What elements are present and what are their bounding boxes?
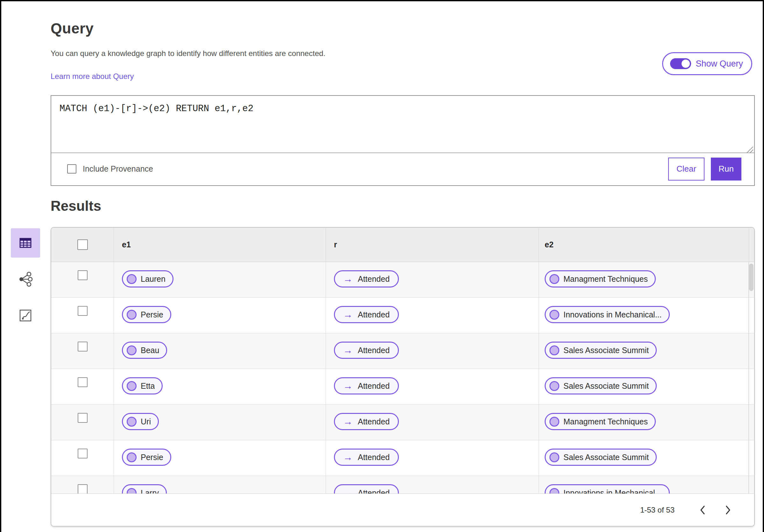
results-title: Results <box>51 198 101 214</box>
row-checkbox[interactable] <box>78 270 88 280</box>
node-icon <box>127 310 136 320</box>
relation-pill[interactable]: →Attended <box>334 484 399 493</box>
node-icon <box>549 488 559 494</box>
select-all-checkbox[interactable] <box>77 240 88 250</box>
results-table: e1 r e2 Lauren →Attended Managment Techn… <box>51 227 755 527</box>
node-icon <box>549 345 559 355</box>
node-icon <box>549 417 559 427</box>
entity-pill[interactable]: Lauren <box>122 270 173 287</box>
relation-arrow-icon: → <box>343 417 353 426</box>
entity-pill[interactable]: Persie <box>122 306 171 323</box>
row-checkbox[interactable] <box>78 342 88 351</box>
header-checkbox-cell <box>51 228 114 262</box>
row-checkbox[interactable] <box>78 448 88 458</box>
page-title: Query <box>51 20 94 37</box>
relation-pill[interactable]: →Attended <box>334 306 399 323</box>
next-page-button[interactable] <box>718 500 738 520</box>
table-row: Uri →Attended Managment Techniques <box>51 405 754 440</box>
run-button[interactable]: Run <box>711 158 741 181</box>
entity-pill[interactable]: Persie <box>122 448 171 466</box>
row-checkbox[interactable] <box>78 484 88 493</box>
pagination-range-label: 1-53 of 53 <box>640 506 674 514</box>
query-editor-footer: Include Provenance Clear Run <box>51 153 754 185</box>
table-view-icon <box>18 236 33 250</box>
entity-pill[interactable]: Innovations in Mechanical... <box>545 484 670 493</box>
table-row: Larry →Attended Innovations in Mechanica… <box>51 476 754 493</box>
show-query-label: Show Query <box>695 59 743 69</box>
row-checkbox[interactable] <box>78 413 88 423</box>
node-icon <box>549 452 559 462</box>
relation-pill[interactable]: →Attended <box>334 342 399 359</box>
column-header-e1[interactable]: e1 <box>114 228 326 262</box>
entity-pill[interactable]: Sales Associate Summit <box>545 342 657 359</box>
toggle-knob <box>681 60 690 68</box>
toggle-switch-icon[interactable] <box>670 58 691 69</box>
relation-arrow-icon: → <box>343 452 353 462</box>
entity-pill[interactable]: Sales Associate Summit <box>545 448 657 466</box>
page-description: You can query a knowledge graph to ident… <box>51 49 325 58</box>
chevron-left-icon <box>699 505 706 515</box>
results-view-switcher <box>11 228 40 330</box>
previous-page-button[interactable] <box>693 500 712 520</box>
entity-pill[interactable]: Innovations in Mechanical... <box>545 306 670 323</box>
entity-pill[interactable]: Beau <box>122 342 167 359</box>
learn-more-link[interactable]: Learn more about Query <box>51 72 134 81</box>
node-icon <box>127 488 136 494</box>
relation-arrow-icon: → <box>343 381 353 391</box>
graph-view-icon <box>18 271 33 287</box>
row-checkbox[interactable] <box>78 377 88 387</box>
node-icon <box>549 310 559 320</box>
scrollbar-track <box>748 262 749 493</box>
chart-view-button[interactable] <box>11 301 40 330</box>
entity-pill[interactable]: Etta <box>122 377 163 395</box>
entity-pill[interactable]: Uri <box>122 413 159 430</box>
query-input[interactable]: MATCH (e1)-[r]->(e2) RETURN e1,r,e2 <box>51 96 754 153</box>
column-header-e2[interactable]: e2 <box>539 228 749 262</box>
table-view-button[interactable] <box>11 228 40 258</box>
show-query-toggle[interactable]: Show Query <box>662 52 752 75</box>
node-icon <box>127 417 136 427</box>
header-scrollbar-cell <box>749 228 755 262</box>
relation-pill[interactable]: →Attended <box>334 448 399 466</box>
entity-pill[interactable]: Sales Associate Summit <box>545 377 657 395</box>
table-row: Persie →Attended Sales Associate Summit <box>51 440 754 476</box>
entity-pill[interactable]: Larry <box>122 484 167 493</box>
node-icon <box>127 345 136 355</box>
results-table-body: Lauren →Attended Managment Techniques Pe… <box>51 262 754 493</box>
graph-view-button[interactable] <box>11 265 40 294</box>
clear-button[interactable]: Clear <box>668 158 704 181</box>
query-action-buttons: Clear Run <box>668 158 741 181</box>
relation-pill[interactable]: →Attended <box>334 377 399 395</box>
textarea-resize-grip-icon[interactable] <box>747 147 753 153</box>
relation-arrow-icon: → <box>343 345 353 355</box>
chart-view-icon <box>18 308 33 323</box>
node-icon <box>127 274 136 284</box>
include-provenance-checkbox[interactable] <box>67 164 77 174</box>
entity-pill[interactable]: Managment Techniques <box>545 413 656 430</box>
relation-arrow-icon: → <box>343 310 353 319</box>
include-provenance-option[interactable]: Include Provenance <box>67 164 153 174</box>
chevron-right-icon <box>724 505 732 515</box>
relation-arrow-icon: → <box>343 488 353 493</box>
table-row: Beau →Attended Sales Associate Summit <box>51 333 754 369</box>
node-icon <box>127 452 136 462</box>
relation-pill[interactable]: →Attended <box>334 413 399 430</box>
query-editor-panel: MATCH (e1)-[r]->(e2) RETURN e1,r,e2 Incl… <box>51 95 755 186</box>
results-table-header: e1 r e2 <box>51 228 754 262</box>
relation-arrow-icon: → <box>343 274 353 284</box>
column-header-r[interactable]: r <box>326 228 539 262</box>
row-checkbox[interactable] <box>78 306 88 316</box>
entity-pill[interactable]: Managment Techniques <box>545 270 656 287</box>
results-table-footer: 1-53 of 53 <box>51 493 754 526</box>
node-icon <box>549 381 559 391</box>
table-row: Persie →Attended Innovations in Mechanic… <box>51 298 754 333</box>
node-icon <box>127 381 136 391</box>
scrollbar-thumb[interactable] <box>749 264 753 291</box>
relation-pill[interactable]: →Attended <box>334 270 399 287</box>
table-row: Lauren →Attended Managment Techniques <box>51 262 754 298</box>
table-row: Etta →Attended Sales Associate Summit <box>51 369 754 405</box>
include-provenance-label: Include Provenance <box>83 164 153 174</box>
query-page: Query Show Query You can query a knowled… <box>0 0 764 532</box>
node-icon <box>549 274 559 284</box>
